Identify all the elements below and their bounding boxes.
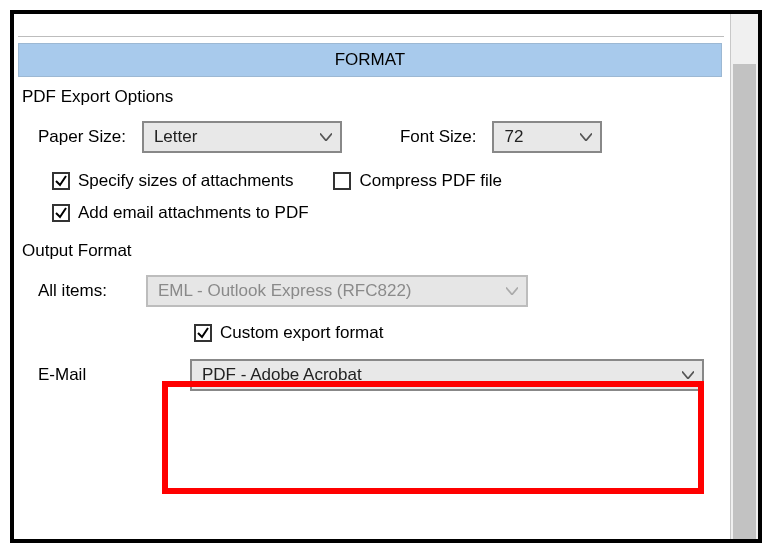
email-label: E-Mail [38,365,162,385]
font-size-label: Font Size: [400,127,477,147]
checkbox-box [52,172,70,190]
font-size-value: 72 [504,127,523,147]
checkbox-box [333,172,351,190]
all-items-label: All items: [38,281,146,301]
chevron-down-icon [320,130,332,144]
compress-pdf-checkbox[interactable]: Compress PDF file [333,171,502,191]
paper-size-value: Letter [154,127,197,147]
compress-pdf-label: Compress PDF file [359,171,502,191]
panel-top-divider [18,14,724,37]
email-format-dropdown[interactable]: PDF - Adobe Acrobat [190,359,704,391]
checkbox-box [194,324,212,342]
custom-export-format-label: Custom export format [220,323,383,343]
section-header-format: FORMAT [18,43,722,77]
annotation-highlight [162,381,704,494]
checkbox-box [52,204,70,222]
email-format-value: PDF - Adobe Acrobat [202,365,362,385]
font-size-dropdown[interactable]: 72 [492,121,602,153]
groupbox-pdf-export-options: PDF Export Options Paper Size: Letter Fo… [22,87,720,223]
all-items-value: EML - Outlook Express (RFC822) [158,281,412,301]
scrollbar-vertical[interactable] [730,14,758,539]
scrollbar-thumb[interactable] [733,64,756,543]
all-items-dropdown: EML - Outlook Express (RFC822) [146,275,528,307]
groupbox-label: PDF Export Options [22,87,173,107]
specify-sizes-label: Specify sizes of attachments [78,171,293,191]
specify-sizes-checkbox[interactable]: Specify sizes of attachments [52,171,293,191]
groupbox-label: Output Format [22,241,132,261]
chevron-down-icon [506,284,518,298]
paper-size-label: Paper Size: [38,127,126,147]
custom-export-format-checkbox[interactable]: Custom export format [194,323,383,343]
chevron-down-icon [682,368,694,382]
add-attachments-checkbox[interactable]: Add email attachments to PDF [52,203,309,223]
groupbox-output-format: Output Format All items: EML - Outlook E… [22,241,720,391]
add-attachments-label: Add email attachments to PDF [78,203,309,223]
section-header-label: FORMAT [335,50,406,69]
paper-size-dropdown[interactable]: Letter [142,121,342,153]
chevron-down-icon [580,130,592,144]
